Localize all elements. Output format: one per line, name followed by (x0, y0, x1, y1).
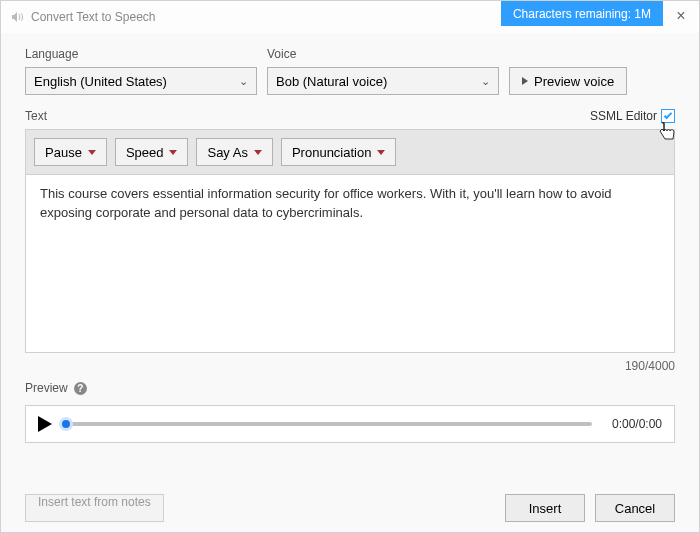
text-label: Text (25, 109, 47, 123)
dropdown-icon (377, 150, 385, 155)
voice-label: Voice (267, 47, 499, 61)
dropdown-icon (254, 150, 262, 155)
play-button[interactable] (38, 416, 52, 432)
language-select[interactable]: English (United States) ⌄ (25, 67, 257, 95)
language-label: Language (25, 47, 257, 61)
ssml-checkbox[interactable] (661, 109, 675, 123)
play-icon (522, 77, 528, 85)
preview-voice-label: Preview voice (534, 74, 614, 89)
voice-value: Bob (Natural voice) (276, 74, 387, 89)
dropdown-icon (169, 150, 177, 155)
ssml-toolbar: Pause Speed Say As Pronunciation (26, 130, 674, 174)
close-icon[interactable]: × (671, 7, 691, 27)
text-input[interactable]: This course covers essential information… (26, 174, 674, 352)
time-display: 0:00/0:00 (612, 417, 662, 431)
footer: Insert text from notes Insert Cancel (25, 480, 675, 522)
help-icon[interactable]: ? (74, 382, 87, 395)
pause-button[interactable]: Pause (34, 138, 107, 166)
cursor-hand-icon (658, 122, 676, 146)
pronunciation-button[interactable]: Pronunciation (281, 138, 397, 166)
speed-button[interactable]: Speed (115, 138, 189, 166)
chevron-down-icon: ⌄ (239, 75, 248, 88)
say-as-button[interactable]: Say As (196, 138, 272, 166)
voice-select[interactable]: Bob (Natural voice) ⌄ (267, 67, 499, 95)
ssml-editor-toggle[interactable]: SSML Editor (590, 109, 675, 123)
preview-label: Preview (25, 381, 68, 395)
seek-thumb[interactable] (59, 417, 73, 431)
chevron-down-icon: ⌄ (481, 75, 490, 88)
seek-track[interactable] (66, 422, 592, 426)
insert-button[interactable]: Insert (505, 494, 585, 522)
dropdown-icon (88, 150, 96, 155)
characters-remaining-pill: Characters remaining: 1M (501, 1, 663, 26)
speaker-icon (11, 10, 25, 24)
cancel-button[interactable]: Cancel (595, 494, 675, 522)
ssml-editor-label: SSML Editor (590, 109, 657, 123)
insert-from-notes-button[interactable]: Insert text from notes (25, 494, 164, 522)
tts-dialog: Convert Text to Speech Characters remain… (0, 0, 700, 533)
language-value: English (United States) (34, 74, 167, 89)
text-content: This course covers essential information… (40, 186, 612, 220)
dialog-body: Language English (United States) ⌄ Voice… (1, 33, 699, 532)
audio-player: 0:00/0:00 (25, 405, 675, 443)
editor-area: Pause Speed Say As Pronunciation This co… (25, 129, 675, 353)
preview-voice-button[interactable]: Preview voice (509, 67, 627, 95)
titlebar: Convert Text to Speech Characters remain… (1, 1, 699, 33)
character-counter: 190/4000 (25, 359, 675, 373)
dialog-title: Convert Text to Speech (31, 10, 156, 24)
